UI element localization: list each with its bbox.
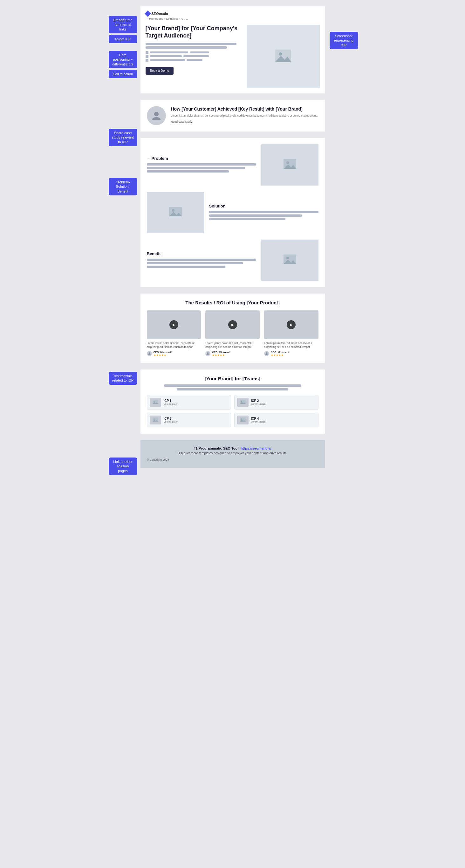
case-study-avatar	[147, 106, 166, 125]
share-case-study-label: Share case study relevant to ICP	[109, 129, 137, 146]
svg-point-23	[153, 418, 155, 420]
icp-card-title-1: ICP 1	[164, 399, 178, 403]
teams-text-1	[164, 384, 301, 387]
icp-card-4[interactable]: ICP 4 Lorem ipsum	[234, 413, 318, 427]
icp-card-2[interactable]: ICP 2 Lorem ipsum	[234, 395, 318, 409]
testi-stars-2: ★★★★★	[212, 353, 230, 357]
checkbox-text-1b	[190, 52, 209, 53]
icp-thumb-1	[150, 398, 161, 407]
breadcrumb-nav: → Homepage › Solutions › ICP 1	[146, 17, 320, 20]
testi-stars-3: ★★★★★	[271, 353, 289, 357]
breadcrumb-arrow: →	[146, 17, 148, 20]
core-positioning-label: Core positioning + differentiators	[109, 51, 137, 68]
footer-title: #1 Programmatic SEO Tool: https://seomat…	[147, 446, 318, 450]
problem-text-2	[147, 167, 245, 169]
breadcrumb-label: Breadcrumb for internal links	[109, 16, 137, 33]
hero-content: [Your Brand] for [Your Company's Target …	[146, 25, 241, 75]
icp-card-sub-4: Lorem ipsum	[251, 420, 266, 423]
benefit-text-3	[147, 266, 226, 268]
checkbox-icon-1	[146, 51, 148, 54]
video-thumb-2[interactable]: ▶	[205, 310, 260, 339]
testi-text-2: Lorem ipsum dolor sit amet, consectetur …	[205, 342, 260, 349]
footer-copyright: © Copyright 2024	[147, 458, 318, 461]
checkbox-icon-3	[146, 59, 148, 62]
testi-text-1: Lorem ipsum dolor sit amet, consectetur …	[147, 342, 201, 349]
icp-grid: ICP 1 Lorem ipsum ICP 2 Lorem ipsum	[147, 395, 318, 427]
icp-card-3[interactable]: ICP 3 Lorem ipsum	[147, 413, 231, 427]
cta-button[interactable]: Book a Demo	[146, 67, 174, 75]
video-thumb-3[interactable]: ▶	[264, 310, 318, 339]
breadcrumb-item-icp: ICP 1	[181, 17, 188, 20]
testimonial-2: ▶ Lorem ipsum dolor sit amet, consectetu…	[205, 310, 260, 357]
svg-point-8	[172, 209, 174, 212]
testimonials-row: ▶ Lorem ipsum dolor sit amet, consectetu…	[147, 310, 318, 357]
footer-link[interactable]: https://seomatic.ai	[241, 446, 271, 450]
case-study-section: How [Your Customer] Achieved [Key Result…	[141, 100, 325, 131]
testi-author-1: CEO, Microsoft ★★★★★	[147, 351, 201, 357]
problem-text: → Problem	[147, 156, 256, 174]
teams-section: [Your Brand] for [Teams] ICP 1 Lorem ips…	[141, 370, 325, 434]
icp-card-sub-1: Lorem ipsum	[164, 403, 178, 405]
checkbox-text-3	[150, 59, 185, 61]
footer-description: Discover more templates designed to empo…	[147, 452, 318, 455]
psb-section: → Problem	[141, 138, 325, 287]
testi-avatar-2	[205, 351, 210, 356]
solution-text-1	[209, 211, 318, 213]
case-study-body: Lorem ipsum dolor sit amet, consectetur …	[171, 114, 318, 118]
seomatic-logo-diamond	[145, 10, 151, 17]
solution-row: Solution	[147, 192, 318, 233]
svg-point-14	[207, 352, 209, 354]
play-button-1[interactable]: ▶	[169, 320, 178, 329]
icp-thumb-4	[237, 415, 249, 425]
icp-card-1[interactable]: ICP 1 Lorem ipsum	[147, 395, 231, 409]
testi-avatar-1	[147, 351, 152, 356]
svg-point-1	[279, 53, 282, 56]
benefit-image-icon	[284, 254, 296, 266]
problem-row: → Problem	[147, 144, 318, 186]
target-icp-label: Target ICP	[109, 35, 137, 43]
hero-image-placeholder	[246, 25, 320, 88]
benefit-text-1	[147, 259, 256, 261]
problem-arrow: →	[147, 157, 150, 160]
hero-text-block-1	[146, 43, 237, 45]
icp-card-title-4: ICP 4	[251, 417, 266, 420]
problem-text-1	[147, 163, 256, 165]
solution-image-icon	[169, 207, 182, 218]
testi-text-3: Lorem ipsum dolor sit amet, consectetur …	[264, 342, 318, 349]
testi-author-2: CEO, Microsoft ★★★★★	[205, 351, 260, 357]
read-case-study-link[interactable]: Read case study	[171, 120, 192, 123]
case-study-title: How [Your Customer] Achieved [Key Result…	[171, 106, 318, 112]
benefit-heading: Benefit	[147, 251, 256, 256]
call-to-action-label: Call to action	[109, 70, 137, 78]
icp-card-title-2: ICP 2	[251, 399, 266, 403]
video-thumb-1[interactable]: ▶	[147, 310, 201, 339]
teams-title: [Your Brand] for [Teams]	[147, 376, 318, 381]
checkbox-text-2b	[183, 55, 209, 57]
testi-author-name-2: CEO, Microsoft	[212, 351, 230, 353]
seomatic-logo-text: SEOmatic	[152, 12, 168, 16]
testi-avatar-3	[264, 351, 269, 356]
problem-image-icon	[284, 159, 296, 170]
play-button-2[interactable]: ▶	[228, 320, 237, 329]
hero-title: [Your Brand] for [Your Company's Target …	[146, 25, 241, 40]
footer-section: #1 Programmatic SEO Tool: https://seomat…	[141, 440, 325, 468]
solution-text-3	[209, 218, 286, 220]
link-to-other-label: Link to other solution pages	[109, 458, 137, 475]
testimonial-3: ▶ Lorem ipsum dolor sit amet, consectetu…	[264, 310, 318, 357]
solution-heading: Solution	[209, 204, 318, 209]
breadcrumb-item-home[interactable]: Homepage	[149, 17, 163, 20]
svg-point-13	[148, 352, 150, 354]
benefit-text: Benefit	[147, 251, 256, 269]
screenshot-icp-label: Screenshot representing ICP	[329, 32, 358, 49]
svg-point-5	[286, 161, 289, 164]
person-icon	[152, 111, 161, 120]
problem-image	[261, 144, 318, 186]
icp-card-sub-2: Lorem ipsum	[251, 403, 266, 405]
solution-text-2	[209, 214, 302, 217]
problem-heading: Problem	[152, 156, 168, 161]
breadcrumb-item-solutions[interactable]: Solutions	[166, 17, 178, 20]
icp-card-sub-3: Lorem ipsum	[164, 420, 178, 423]
play-button-3[interactable]: ▶	[287, 320, 296, 329]
checkbox-text-2	[150, 55, 182, 57]
results-section: The Results / ROI of Using [Your Product…	[141, 293, 325, 363]
